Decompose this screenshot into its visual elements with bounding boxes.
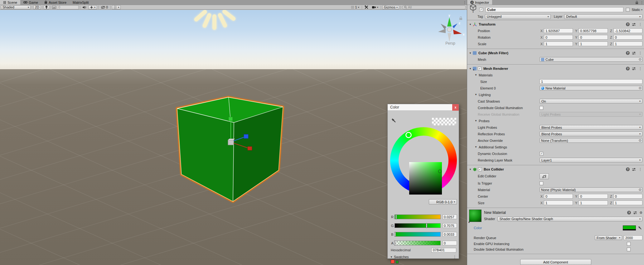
scene-panel-menu-icon[interactable]: ⋮ [462, 0, 467, 5]
gpu-instancing-checkbox[interactable] [627, 242, 631, 246]
gear-icon[interactable]: ⚙ [639, 211, 642, 215]
object-picker-icon[interactable]: ⊙ [639, 86, 642, 90]
tab-matrixsplit[interactable]: MatrixSplit [70, 0, 92, 5]
camera-settings-dropdown[interactable]: ▾ [371, 5, 380, 9]
object-picker-icon[interactable]: ⊙ [639, 139, 642, 142]
rotation-z-field[interactable]: 0 [613, 35, 642, 40]
slider-thumb[interactable] [394, 241, 395, 245]
mesh-object-field[interactable]: Cube ⊙ [540, 57, 642, 62]
render-queue-mode-dropdown[interactable]: From Shader ▾ [595, 235, 622, 240]
exposure-field[interactable]: 0 [57, 5, 79, 9]
help-icon[interactable]: ? [626, 67, 630, 70]
projection-mode-label[interactable]: Persp [436, 41, 465, 46]
layer-dropdown[interactable]: Default ▾ [564, 14, 642, 19]
dsgi-checkbox[interactable] [627, 248, 631, 251]
component-menu-icon[interactable]: ⋮ [638, 51, 642, 55]
material-color-label[interactable]: Color [467, 226, 540, 230]
presets-icon[interactable] [633, 211, 637, 214]
scale-x-field[interactable]: 1 [544, 41, 573, 46]
size-y-field[interactable]: 1 [579, 200, 608, 205]
gizmo-cone-x[interactable] [453, 30, 462, 34]
grid-visibility-dropdown[interactable]: ▾ [112, 5, 121, 9]
contribute-gi-checkbox[interactable] [540, 106, 543, 110]
presets-icon[interactable] [632, 67, 636, 70]
center-y-field[interactable]: 0 [579, 194, 608, 199]
presets-icon[interactable] [632, 51, 636, 55]
fold-arrow-icon[interactable]: ▼ [469, 52, 472, 55]
gizmo-cone-y[interactable] [447, 17, 452, 26]
fold-arrow-icon[interactable]: ▼ [469, 67, 472, 70]
object-picker-icon[interactable]: ⊙ [639, 58, 642, 61]
component-enabled-checkbox[interactable]: ✓ [478, 67, 482, 70]
render-queue-value-field[interactable]: 2000 [624, 235, 642, 240]
component-menu-icon[interactable]: ⋮ [638, 66, 642, 71]
gizmo-cone-z[interactable] [453, 23, 458, 28]
gizmo-cone-negz[interactable] [441, 24, 446, 30]
slider-thumb[interactable] [395, 232, 396, 237]
color-mode-dropdown[interactable]: RGB 0-1.0 ▾ [429, 199, 457, 205]
scale-handle-y[interactable] [229, 117, 233, 121]
lighting-foldout[interactable]: ▼Lighting [467, 91, 644, 98]
tab-asset-store[interactable]: Asset Store [41, 0, 70, 5]
2d-toggle-button[interactable]: 2D [33, 5, 41, 9]
rendering-layer-mask-dropdown[interactable]: Layer1 ▾ [540, 158, 642, 162]
help-icon[interactable]: ? [627, 211, 631, 214]
static-checkbox[interactable] [626, 8, 630, 12]
help-icon[interactable]: ? [626, 167, 630, 171]
b-value-field[interactable]: 0.0033 [443, 232, 457, 237]
a-slider[interactable] [395, 241, 441, 245]
icon-picker-arrow[interactable]: ▾ [472, 11, 474, 13]
light-probes-dropdown[interactable]: Blend Probes ▾ [540, 125, 642, 130]
center-x-field[interactable]: 0 [544, 194, 573, 199]
slider-thumb[interactable] [395, 214, 397, 219]
materials-size-field[interactable]: 1 [540, 79, 642, 84]
g-slider[interactable] [395, 223, 441, 228]
help-icon[interactable]: ? [626, 51, 630, 55]
draw-mode-dropdown[interactable]: Shaded ▾ [1, 5, 31, 9]
color-window-titlebar[interactable]: Color x [388, 104, 459, 111]
fold-arrow-icon[interactable]: ▼ [469, 168, 472, 171]
rotation-y-field[interactable]: 0 [579, 35, 608, 40]
scale-y-field[interactable]: 1 [579, 41, 608, 46]
material-preview-box[interactable]: ▼ [469, 210, 482, 222]
eyedropper-icon[interactable] [391, 118, 397, 124]
hue-wheel[interactable] [390, 127, 457, 194]
additional-settings-foldout[interactable]: ▼Additional Settings [467, 144, 644, 150]
position-x-field[interactable]: 1.920587 [544, 28, 573, 33]
static-dropdown-arrow[interactable]: ▾ [641, 8, 642, 11]
fold-arrow-icon[interactable]: ▼ [469, 23, 472, 26]
probes-foldout[interactable]: ▼Probes [467, 118, 644, 124]
audio-toggle[interactable] [81, 5, 87, 9]
tag-dropdown[interactable]: Untagged ▾ [485, 14, 551, 19]
center-z-field[interactable]: 0 [613, 194, 642, 199]
materials-foldout[interactable]: ▼Materials [467, 72, 644, 78]
scale-z-field[interactable]: 1 [613, 41, 642, 46]
swatch-red[interactable] [391, 260, 395, 263]
rotation-x-field[interactable]: 0 [544, 35, 573, 40]
object-picker-icon[interactable]: ⊙ [639, 188, 642, 191]
tab-scene[interactable]: Scene [0, 0, 20, 5]
size-z-field[interactable]: 1 [613, 200, 642, 205]
a-value-field[interactable]: 0 [443, 241, 457, 245]
element0-object-field[interactable]: New Material ⊙ [540, 86, 642, 90]
active-checkbox[interactable]: ✓ [479, 8, 483, 12]
scale-handle-center[interactable] [228, 140, 234, 145]
component-menu-icon[interactable]: ⋮ [638, 22, 642, 27]
component-tools-button[interactable] [363, 5, 370, 9]
hex-value-field[interactable]: 07B401 [431, 248, 456, 253]
position-z-field[interactable]: -1.533842 [613, 28, 642, 33]
cast-shadows-dropdown[interactable]: On ▾ [540, 99, 642, 104]
presets-icon[interactable] [632, 23, 636, 26]
dynamic-occlusion-checkbox[interactable]: ✓ [540, 152, 543, 156]
b-slider[interactable] [395, 232, 441, 237]
swatches-menu-icon[interactable]: ⋮ [453, 254, 457, 259]
reflection-probes-dropdown[interactable]: Blend Probes ▾ [540, 132, 642, 136]
fold-arrow-icon[interactable]: ▼ [468, 221, 470, 224]
anchor-override-field[interactable]: None (Transform) ⊙ [540, 138, 642, 143]
hue-marker[interactable] [405, 132, 412, 138]
transform-header[interactable]: ▼ Transform ? ⋮ [467, 21, 644, 27]
gameobject-icon-button[interactable]: ▾ [469, 4, 479, 15]
g-value-field[interactable]: 0.7075 [443, 223, 457, 228]
material-color-swatch[interactable] [623, 225, 636, 230]
component-menu-icon[interactable]: ⋮ [638, 167, 642, 172]
